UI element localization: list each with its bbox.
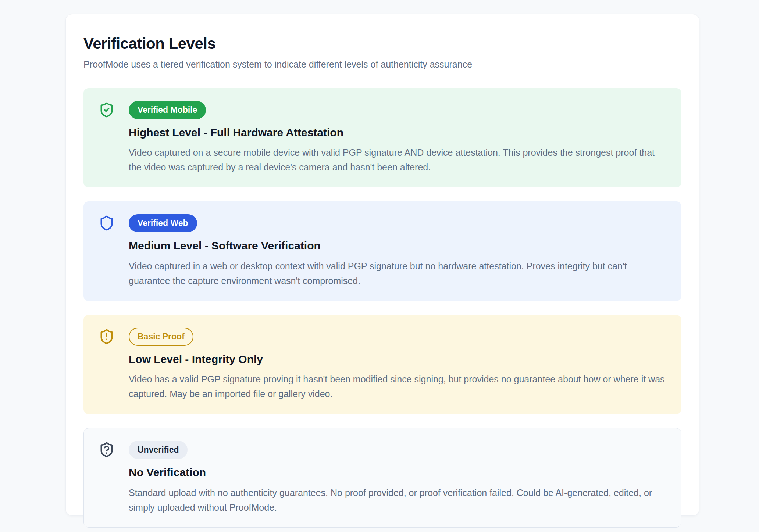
verification-badge: Verified Web	[129, 214, 197, 232]
verification-badge: Verified Mobile	[129, 101, 206, 119]
shield-icon	[99, 215, 115, 231]
tier-description: Video has a valid PGP signature proving …	[129, 372, 666, 401]
tier-card-verified-mobile: Verified Mobile Highest Level - Full Har…	[83, 88, 681, 188]
tier-heading: Low Level - Integrity Only	[129, 352, 666, 366]
tier-heading: No Verification	[129, 466, 666, 479]
verification-badge: Basic Proof	[129, 328, 193, 346]
verification-badge: Unverified	[129, 441, 188, 459]
tier-card-basic-proof: Basic Proof Low Level - Integrity Only V…	[83, 315, 681, 414]
shield-alert-icon	[99, 328, 115, 345]
page-subtitle: ProofMode uses a tiered verification sys…	[83, 58, 681, 71]
tier-content: Verified Mobile Highest Level - Full Har…	[129, 101, 666, 175]
tier-card-unverified: Unverified No Verification Standard uplo…	[83, 428, 681, 528]
shield-check-icon	[99, 102, 115, 118]
verification-levels-card: Verification Levels ProofMode uses a tie…	[65, 14, 699, 516]
page-title: Verification Levels	[83, 35, 681, 53]
tier-description: Video captured on a secure mobile device…	[129, 145, 666, 175]
tier-content: Verified Web Medium Level - Software Ver…	[129, 214, 666, 288]
tier-description: Video captured in a web or desktop conte…	[129, 259, 666, 288]
tier-content: Unverified No Verification Standard uplo…	[129, 441, 666, 515]
tier-heading: Medium Level - Software Verification	[129, 239, 666, 253]
tier-content: Basic Proof Low Level - Integrity Only V…	[129, 328, 666, 402]
tier-heading: Highest Level - Full Hardware Attestatio…	[129, 126, 666, 140]
page: { "page_background": "#f7f9fb", "panel":…	[0, 0, 759, 532]
tier-card-verified-web: Verified Web Medium Level - Software Ver…	[83, 201, 681, 301]
tier-description: Standard upload with no authenticity gua…	[129, 485, 666, 515]
shield-question-icon	[99, 442, 115, 458]
